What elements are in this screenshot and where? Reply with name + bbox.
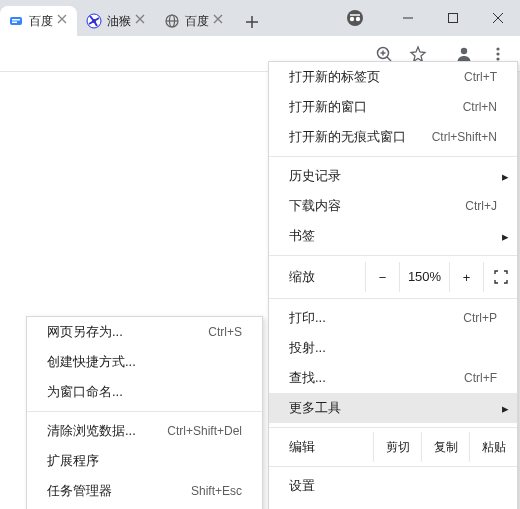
menu-history[interactable]: 历史记录▸	[269, 161, 517, 191]
chevron-right-icon: ▸	[502, 229, 509, 244]
close-icon[interactable]	[57, 14, 71, 28]
baidu-icon	[8, 13, 24, 29]
close-icon[interactable]	[135, 14, 149, 28]
zoom-in-button[interactable]: +	[449, 262, 483, 292]
close-window-button[interactable]	[475, 3, 520, 33]
copy-button[interactable]: 复制	[421, 432, 469, 462]
submenu-create-shortcut[interactable]: 创建快捷方式...	[27, 347, 262, 377]
menu-downloads[interactable]: 下载内容Ctrl+J	[269, 191, 517, 221]
zoom-out-button[interactable]: −	[365, 262, 399, 292]
submenu-task-manager[interactable]: 任务管理器Shift+Esc	[27, 476, 262, 506]
svg-point-10	[355, 17, 359, 21]
menu-edit-row: 编辑 剪切 复制 粘贴	[269, 432, 517, 462]
close-icon[interactable]	[213, 14, 227, 28]
menu-new-tab[interactable]: 打开新的标签页Ctrl+T	[269, 62, 517, 92]
menu-new-window[interactable]: 打开新的窗口Ctrl+N	[269, 92, 517, 122]
submenu-name-window[interactable]: 为窗口命名...	[27, 377, 262, 407]
tab-1[interactable]: 油猴	[78, 6, 155, 36]
tab-2[interactable]: 百度	[156, 6, 233, 36]
new-tab-button[interactable]	[238, 8, 266, 36]
chrome-menu: 打开新的标签页Ctrl+T 打开新的窗口Ctrl+N 打开新的无痕式窗口Ctrl…	[268, 61, 518, 509]
submenu-save-as[interactable]: 网页另存为...Ctrl+S	[27, 317, 262, 347]
more-tools-submenu: 网页另存为...Ctrl+S 创建快捷方式... 为窗口命名... 清除浏览数据…	[26, 316, 263, 509]
menu-zoom: 缩放 − 150% +	[269, 260, 517, 294]
menu-find[interactable]: 查找...Ctrl+F	[269, 363, 517, 393]
svg-point-18	[496, 47, 499, 50]
svg-point-20	[496, 57, 499, 60]
tab-title: 百度	[185, 13, 209, 30]
svg-rect-0	[10, 17, 22, 25]
zoom-value: 150%	[399, 262, 449, 292]
incognito-icon	[332, 3, 377, 33]
cut-button[interactable]: 剪切	[373, 432, 421, 462]
menu-cast[interactable]: 投射...	[269, 333, 517, 363]
tab-0[interactable]: 百度	[0, 6, 77, 36]
menu-new-incognito[interactable]: 打开新的无痕式窗口Ctrl+Shift+N	[269, 122, 517, 152]
menu-more-tools[interactable]: 更多工具▸	[269, 393, 517, 423]
menu-bookmarks[interactable]: 书签▸	[269, 221, 517, 251]
maximize-button[interactable]	[430, 3, 475, 33]
svg-point-19	[496, 52, 499, 55]
svg-line-14	[387, 57, 391, 61]
svg-point-17	[461, 47, 467, 53]
svg-rect-12	[448, 14, 457, 23]
menu-settings[interactable]: 设置	[269, 471, 517, 501]
chevron-right-icon: ▸	[502, 401, 509, 416]
tab-title: 油猴	[107, 13, 131, 30]
svg-point-9	[349, 17, 353, 21]
window-controls	[332, 0, 520, 36]
globe-icon	[164, 13, 180, 29]
chevron-right-icon: ▸	[502, 169, 509, 184]
tab-title: 百度	[29, 13, 53, 30]
svg-point-8	[347, 10, 363, 26]
svg-rect-2	[12, 22, 17, 24]
paste-button[interactable]: 粘贴	[469, 432, 517, 462]
submenu-extensions[interactable]: 扩展程序	[27, 446, 262, 476]
menu-print[interactable]: 打印...Ctrl+P	[269, 303, 517, 333]
minimize-button[interactable]	[385, 3, 430, 33]
submenu-clear-data[interactable]: 清除浏览数据...Ctrl+Shift+Del	[27, 416, 262, 446]
fullscreen-button[interactable]	[483, 262, 517, 292]
titlebar: 百度 油猴 百度	[0, 0, 520, 36]
svg-rect-1	[12, 19, 20, 21]
baidu-fan-icon	[86, 13, 102, 29]
menu-help[interactable]: 帮助▸	[269, 501, 517, 509]
